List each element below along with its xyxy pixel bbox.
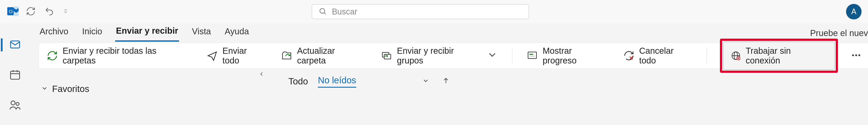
message-filters: Todo No leídos [288,75,868,88]
collapse-folder-pane-icon[interactable] [258,71,265,78]
send-receive-all-button[interactable]: Enviar y recibir todas las carpetas [45,44,192,68]
send-receive-groups-button[interactable]: Enviar y recibir grupos [380,44,499,68]
app-icon: O [6,5,19,19]
calendar-rail-icon[interactable] [9,69,21,82]
title-bar: O Buscar A [0,0,868,23]
people-rail-icon[interactable] [9,99,21,112]
svg-text:O: O [9,9,13,14]
app-rail [0,23,30,125]
svg-rect-6 [10,41,20,48]
show-progress-button[interactable]: Mostrar progreso [525,44,609,68]
svg-point-4 [320,8,324,13]
work-offline-highlight: Trabajar sin conexión [720,39,838,73]
svg-rect-7 [10,71,20,79]
ribbon-divider [512,48,513,63]
tab-vista[interactable]: Vista [191,25,212,41]
svg-rect-20 [529,56,535,56]
tab-ayuda[interactable]: Ayuda [224,25,250,41]
svg-point-29 [852,54,854,56]
chevron-down-icon [487,49,498,62]
chevron-down-icon [41,84,48,94]
filter-unread[interactable]: No leídos [318,75,356,88]
svg-line-5 [324,12,326,14]
svg-rect-18 [528,52,536,58]
sort-arrow-icon[interactable] [442,76,450,86]
cancel-all-button[interactable]: Cancelar todo [622,44,694,68]
update-folder-button[interactable]: Actualizar carpeta [280,44,367,68]
svg-point-31 [858,54,860,56]
ribbon-divider [707,48,707,63]
quick-access [26,6,68,17]
tab-inicio[interactable]: Inicio [81,25,103,41]
search-icon [318,7,327,16]
customize-qat-icon[interactable] [63,8,68,15]
svg-point-14 [11,101,15,105]
svg-rect-19 [529,54,533,55]
refresh-icon[interactable] [26,6,36,17]
search-placeholder: Buscar [332,7,357,17]
work-offline-button[interactable]: Trabajar sin conexión [723,42,835,70]
account-avatar[interactable]: A [846,4,862,20]
favorites-header[interactable]: Favoritos [41,84,262,94]
ribbon-more-icon[interactable] [851,50,862,61]
tab-enviar-recibir[interactable]: Enviar y recibir [115,25,179,42]
filter-all[interactable]: Todo [288,76,308,86]
search-container: Buscar [312,4,529,19]
search-box[interactable]: Buscar [312,4,529,19]
tab-archivo[interactable]: Archivo [39,25,69,41]
filter-dropdown-icon[interactable] [422,76,429,86]
undo-icon[interactable] [44,6,54,17]
folder-pane: Favoritos [39,69,271,94]
send-all-button[interactable]: Enviar todo [205,44,267,68]
mail-rail-icon[interactable] [1,39,21,51]
svg-point-30 [855,54,857,56]
ribbon: Enviar y recibir todas las carpetas Envi… [39,43,868,69]
svg-point-15 [16,102,19,105]
try-new-outlook-label[interactable]: Pruebe el nuev [810,28,868,38]
